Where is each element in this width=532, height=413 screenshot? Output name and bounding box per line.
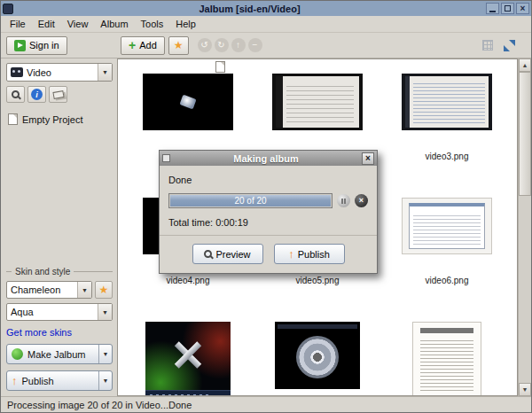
sidebar: Video ▼ i Empty Project Skin and style C… bbox=[1, 58, 117, 396]
scroll-down-button[interactable]: ▼ bbox=[519, 383, 531, 396]
video-thumbnail[interactable] bbox=[402, 198, 492, 254]
total-time-text: Total time: 0:00:19 bbox=[168, 217, 368, 228]
sign-in-label: Sign in bbox=[29, 40, 59, 51]
skin-section: Skin and style Chameleon ▼ ★ Aqua ▼ bbox=[6, 267, 113, 391]
thumbnail-item[interactable] bbox=[275, 322, 360, 396]
titlebar[interactable]: Jalbum [sid-en/Video] × bbox=[1, 1, 531, 16]
move-up-icon[interactable]: ↑ bbox=[231, 38, 246, 52]
info-icon: i bbox=[31, 89, 43, 100]
skin-star-button[interactable]: ★ bbox=[95, 281, 113, 299]
view-controls bbox=[482, 40, 515, 51]
preview-button[interactable]: Preview bbox=[192, 244, 263, 264]
style-select[interactable]: Aqua ▼ bbox=[6, 303, 113, 321]
minimize-icon bbox=[489, 5, 496, 12]
chevron-down-icon[interactable]: ▼ bbox=[98, 304, 112, 320]
minimize-button[interactable] bbox=[486, 3, 499, 14]
thumbnail-label: video3.png bbox=[426, 152, 469, 162]
maximize-icon bbox=[505, 5, 511, 12]
fullscreen-icon[interactable] bbox=[504, 40, 515, 51]
publish-label: Publish bbox=[22, 376, 54, 386]
chevron-down-icon[interactable]: ▼ bbox=[77, 282, 91, 298]
publish-icon: ↑ bbox=[288, 248, 294, 260]
menu-tools[interactable]: Tools bbox=[135, 17, 170, 31]
video-thumbnail[interactable] bbox=[412, 322, 481, 396]
chevron-down-icon[interactable]: ▼ bbox=[98, 64, 112, 81]
video-thumbnail[interactable] bbox=[145, 322, 231, 396]
publish-button[interactable]: ↑ Publish ▼ bbox=[6, 370, 113, 391]
get-more-skins-link[interactable]: Get more skins bbox=[6, 327, 72, 338]
skin-section-title: Skin and style bbox=[6, 267, 113, 277]
scroll-up-button[interactable]: ▲ bbox=[519, 58, 531, 72]
video-thumbnail[interactable] bbox=[275, 322, 360, 389]
magnifier-icon bbox=[204, 250, 212, 258]
disabled-tools: ↺ ↻ ↑ − bbox=[198, 38, 262, 52]
scrollbar-track[interactable] bbox=[519, 72, 531, 383]
publish-dropdown[interactable]: ▼ bbox=[98, 371, 112, 390]
skin-select-value: Chameleon bbox=[11, 284, 77, 295]
maximize-button[interactable] bbox=[501, 3, 514, 14]
making-album-dialog: Making album × Done 20 of 20 × Total tim… bbox=[159, 150, 378, 274]
dialog-title: Making album bbox=[173, 153, 359, 164]
jalbum-window: Jalbum [sid-en/Video] × File Edit View A… bbox=[0, 0, 532, 413]
rotate-right-icon[interactable]: ↻ bbox=[215, 38, 229, 52]
folder-select[interactable]: Video ▼ bbox=[6, 63, 113, 82]
dialog-icon bbox=[162, 154, 170, 162]
dialog-titlebar[interactable]: Making album × bbox=[160, 151, 377, 166]
star-icon: ★ bbox=[99, 284, 109, 295]
dialog-publish-button[interactable]: ↑ Publish bbox=[274, 244, 345, 264]
menu-edit[interactable]: Edit bbox=[32, 17, 61, 31]
add-button[interactable]: + Add bbox=[121, 36, 165, 55]
window-title: Jalbum [sid-en/Video] bbox=[15, 4, 484, 14]
cancel-button[interactable]: × bbox=[355, 194, 368, 207]
thumbnail-view-icon[interactable] bbox=[482, 40, 493, 51]
thumbnail-item[interactable] bbox=[145, 322, 231, 396]
video-thumbnail[interactable] bbox=[143, 74, 233, 130]
scrollbar-thumb[interactable] bbox=[519, 72, 531, 196]
dialog-close-button[interactable]: × bbox=[362, 152, 374, 165]
sidebar-tools: i bbox=[6, 86, 113, 103]
toolbar: Sign in + Add ★ ↺ ↻ ↑ − bbox=[1, 33, 531, 58]
video-folder-icon bbox=[11, 67, 23, 77]
menu-album[interactable]: Album bbox=[94, 17, 134, 31]
sign-in-icon bbox=[14, 40, 26, 51]
toolbar-actions: + Add ★ ↺ ↻ ↑ − bbox=[121, 36, 262, 55]
vertical-scrollbar[interactable]: ▲ ▼ bbox=[518, 58, 531, 396]
menu-help[interactable]: Help bbox=[169, 17, 202, 31]
dialog-status-text: Done bbox=[168, 175, 368, 185]
thumbnail-item[interactable] bbox=[412, 322, 481, 396]
info-button[interactable]: i bbox=[27, 86, 46, 103]
search-button[interactable] bbox=[6, 86, 25, 103]
preview-label: Preview bbox=[215, 249, 250, 260]
add-label: Add bbox=[139, 40, 157, 51]
close-button[interactable]: × bbox=[516, 3, 529, 14]
thumbnail-caption-strip bbox=[145, 390, 231, 396]
progress-bar: 20 of 20 bbox=[168, 193, 332, 208]
globe-icon bbox=[12, 348, 23, 360]
rotate-left-icon[interactable]: ↺ bbox=[198, 38, 212, 52]
file-icon bbox=[215, 61, 225, 73]
remove-icon[interactable]: − bbox=[248, 38, 262, 52]
make-album-button[interactable]: Make Jalbum ▼ bbox=[6, 344, 113, 364]
close-icon: × bbox=[520, 4, 526, 13]
favorites-button[interactable]: ★ bbox=[168, 36, 189, 55]
style-select-value: Aqua bbox=[11, 307, 98, 317]
tags-button[interactable] bbox=[49, 86, 67, 103]
sign-in-button[interactable]: Sign in bbox=[6, 36, 67, 55]
video-thumbnail[interactable] bbox=[402, 74, 492, 130]
video-thumbnail[interactable] bbox=[272, 74, 363, 130]
make-album-label: Make Jalbum bbox=[27, 349, 85, 360]
thumbnail-item[interactable]: video3.png bbox=[402, 74, 492, 191]
project-item[interactable]: Empty Project bbox=[6, 113, 113, 125]
menu-file[interactable]: File bbox=[4, 17, 32, 31]
thumbnail-item[interactable]: video6.png bbox=[402, 198, 492, 315]
tags-icon bbox=[52, 90, 64, 99]
status-bar: Processing image 20 of 20 in Video...Don… bbox=[1, 396, 531, 412]
make-album-dropdown[interactable]: ▼ bbox=[98, 345, 112, 363]
skin-select[interactable]: Chameleon ▼ bbox=[6, 281, 92, 299]
menu-view[interactable]: View bbox=[61, 17, 95, 31]
pause-button[interactable] bbox=[337, 194, 350, 207]
cancel-icon: × bbox=[359, 197, 364, 205]
blank-page-icon bbox=[8, 113, 18, 125]
thumbnail-label: video6.png bbox=[426, 276, 469, 286]
folder-select-value: Video bbox=[27, 67, 98, 78]
